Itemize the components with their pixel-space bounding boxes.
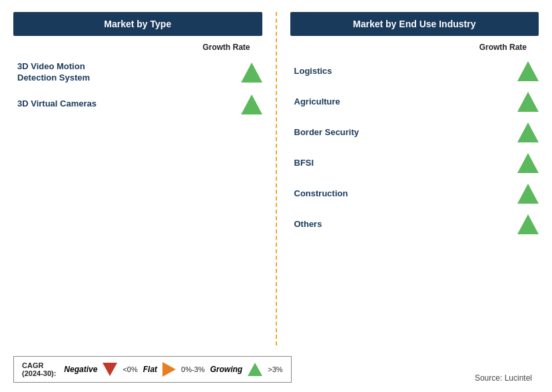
dashed-divider	[276, 12, 277, 345]
right-item-1-label: Agriculture	[294, 97, 518, 108]
left-panel: Market by Type Growth Rate 3D Video Moti…	[13, 12, 269, 345]
right-item-3-label: BFSI	[294, 158, 518, 169]
right-item-5-label: Others	[294, 219, 518, 230]
page-container: Market by Type Growth Rate 3D Video Moti…	[0, 0, 552, 392]
left-item-0-label: 3D Video Motion Detection System	[17, 61, 241, 84]
negative-label: Negative	[64, 365, 97, 374]
left-item-0: 3D Video Motion Detection System	[13, 56, 262, 89]
source-text: Source: Lucintel	[475, 373, 539, 383]
right-item-2: Border Security	[290, 117, 539, 148]
negative-sub: <0%	[123, 365, 137, 373]
cagr-label: CAGR (2024-30):	[22, 361, 56, 377]
right-item-3: BFSI	[290, 148, 539, 178]
flat-label: Flat	[143, 365, 157, 374]
arrow-up-icon-right-5	[517, 214, 539, 234]
arrow-up-green-sm-icon	[248, 363, 262, 376]
right-item-4-label: Construction	[294, 188, 518, 200]
legend: CAGR (2024-30): Negative <0% Flat 0%-3% …	[13, 356, 292, 383]
arrow-up-icon-right-4	[517, 184, 539, 204]
right-item-2-label: Border Security	[294, 127, 518, 138]
arrow-up-icon-right-0	[517, 61, 539, 81]
bottom-row: CAGR (2024-30): Negative <0% Flat 0%-3% …	[13, 348, 539, 383]
legend-flat: Flat	[143, 365, 157, 374]
right-item-0: Logistics	[290, 56, 539, 87]
right-item-4: Construction	[290, 178, 539, 209]
arrow-right-orange-icon	[162, 362, 176, 377]
left-growth-rate-label: Growth Rate	[13, 43, 262, 52]
growing-label: Growing	[210, 365, 243, 374]
arrow-up-icon-0	[241, 63, 262, 83]
arrow-up-icon-right-1	[517, 92, 539, 112]
arrow-up-icon-right-3	[517, 153, 539, 173]
right-growth-rate-label: Growth Rate	[290, 43, 539, 52]
left-item-1: 3D Virtual Cameras	[13, 89, 262, 120]
flat-sub: 0%-3%	[181, 365, 204, 373]
main-content: Market by Type Growth Rate 3D Video Moti…	[13, 12, 539, 345]
right-panel: Market by End Use Industry Growth Rate L…	[284, 12, 539, 345]
left-panel-header: Market by Type	[13, 12, 262, 36]
right-item-1: Agriculture	[290, 87, 539, 117]
right-item-0-label: Logistics	[294, 66, 518, 77]
left-item-1-label: 3D Virtual Cameras	[17, 98, 241, 110]
arrow-up-icon-1	[241, 95, 262, 114]
growing-sub: >3%	[268, 365, 282, 373]
right-panel-header: Market by End Use Industry	[290, 12, 539, 36]
legend-negative: Negative	[64, 365, 97, 374]
arrow-down-red-icon	[103, 363, 117, 376]
arrow-up-icon-right-2	[517, 122, 539, 142]
right-item-5: Others	[290, 209, 539, 240]
legend-growing: Growing	[210, 365, 243, 374]
